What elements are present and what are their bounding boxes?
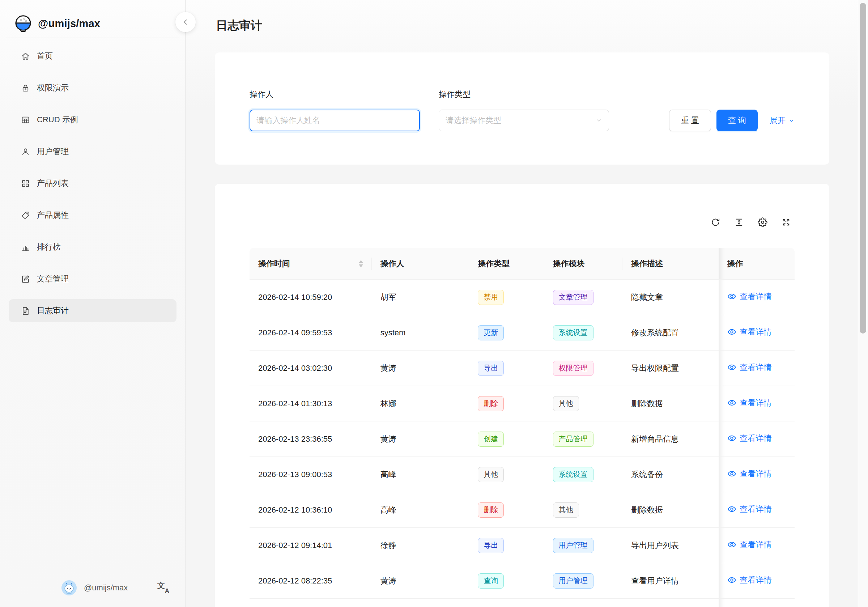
expand-link[interactable]: 展开 (770, 115, 795, 126)
setting-icon (758, 217, 767, 227)
reset-button[interactable]: 重 置 (669, 110, 711, 131)
eye-icon (727, 434, 736, 443)
tag-icon (21, 211, 30, 220)
cell-desc: 删除数据 (622, 386, 719, 421)
sidebar-item-label: 产品属性 (37, 210, 69, 220)
cell-time: 2026-02-13 23:36:55 (250, 421, 372, 457)
filter-actions: 重 置 查 询 展开 (669, 110, 795, 131)
view-detail-label: 查看详情 (740, 539, 772, 550)
sidebar-item-home[interactable]: 首页 (9, 45, 177, 68)
type-select[interactable]: 请选择操作类型 (439, 110, 609, 131)
cell-desc: 新增商品信息 (622, 421, 719, 457)
cell-type: 导出 (469, 528, 544, 563)
sidebar-item-audit-log[interactable]: 日志审计 (9, 299, 177, 322)
column-header-2: 操作类型 (469, 248, 544, 279)
app-window: @umijs/max 首页权限演示CRUD 示例用户管理产品列表产品属性排行榜文… (0, 0, 868, 607)
sidebar-item-articles[interactable]: 文章管理 (9, 267, 177, 290)
eye-icon (727, 540, 736, 549)
column-title: 操作类型 (478, 259, 510, 268)
column-title: 操作描述 (631, 259, 663, 268)
cell-module (544, 599, 622, 607)
cell-type: 删除 (469, 386, 544, 421)
cell-module: 其他 (544, 386, 622, 421)
sidebar-item-product-attrs[interactable]: 产品属性 (9, 204, 177, 227)
cell-desc: 隐藏文章 (622, 279, 719, 315)
view-detail-link[interactable]: 查看详情 (727, 362, 772, 373)
column-height-button[interactable] (734, 217, 744, 227)
table-toolbar (250, 197, 795, 248)
sidebar-item-products[interactable]: 产品列表 (9, 172, 177, 195)
sidebar-item-label: 首页 (37, 51, 53, 62)
cell-operator (372, 599, 470, 607)
view-detail-link[interactable]: 查看详情 (727, 469, 772, 479)
cell-operator: system (372, 315, 470, 351)
view-detail-link[interactable]: 查看详情 (727, 575, 772, 586)
view-detail-link[interactable]: 查看详情 (727, 327, 772, 337)
reload-button[interactable] (711, 217, 721, 227)
cell-desc (622, 599, 719, 607)
sidebar-item-ranking[interactable]: 排行榜 (9, 236, 177, 259)
table-icon (21, 115, 30, 125)
expand-label: 展开 (770, 115, 786, 126)
cell-time: 2026-02-12 09:14:01 (250, 528, 372, 563)
cell-action: 查看详情 (719, 279, 795, 315)
chevron-left-icon (181, 18, 189, 26)
cell-operator: 黄涛 (372, 563, 470, 599)
sidebar-item-label: 产品列表 (37, 178, 69, 189)
page-scrollbar-thumb[interactable] (860, 3, 866, 334)
view-detail-link[interactable]: 查看详情 (727, 539, 772, 550)
sidebar-item-access[interactable]: 权限演示 (9, 76, 177, 99)
view-detail-link[interactable]: 查看详情 (727, 291, 772, 302)
cell-module: 用户管理 (544, 563, 622, 599)
user-avatar[interactable] (62, 580, 77, 595)
cell-operator: 黄涛 (372, 421, 470, 457)
cell-module: 文章管理 (544, 279, 622, 315)
cell-module: 权限管理 (544, 351, 622, 386)
operation-module-tag: 产品管理 (553, 432, 594, 447)
reload-icon (711, 217, 721, 227)
operation-type-tag: 更新 (478, 325, 504, 340)
sidebar-item-label: 文章管理 (37, 273, 69, 284)
cell-time: 2026-02-14 10:59:20 (250, 279, 372, 315)
operator-input[interactable] (250, 110, 420, 131)
fullscreen-button[interactable] (781, 217, 791, 227)
column-header-0[interactable]: 操作时间 (250, 248, 372, 279)
cell-operator: 高峰 (372, 457, 470, 492)
search-button[interactable]: 查 询 (716, 110, 758, 131)
table-row: 2026-02-13 23:36:55黄涛创建产品管理新增商品信息查看详情 (250, 421, 795, 457)
view-detail-label: 查看详情 (740, 575, 772, 586)
view-detail-link[interactable]: 查看详情 (727, 397, 772, 408)
cell-action: 查看详情 (719, 492, 795, 528)
column-title: 操作模块 (553, 259, 585, 268)
page-scrollbar[interactable] (858, 0, 868, 607)
eye-icon (727, 398, 736, 407)
table-row: 2026-02-14 03:02:30黄涛导出权限管理导出权限配置查看详情 (250, 351, 795, 386)
eye-icon (727, 328, 736, 337)
column-sorter[interactable] (359, 260, 363, 267)
caret-up-icon (359, 260, 363, 263)
eye-icon (727, 363, 736, 372)
sidebar-collapse-button[interactable] (175, 12, 196, 32)
eye-icon (727, 292, 736, 301)
caret-down-icon (359, 264, 363, 267)
view-detail-label: 查看详情 (740, 433, 772, 444)
sidebar-item-label: 日志审计 (37, 305, 69, 316)
cell-time: 2026-02-12 08:22:35 (250, 563, 372, 599)
sidebar-item-crud[interactable]: CRUD 示例 (9, 108, 177, 131)
cell-time: 2026-02-14 03:02:30 (250, 351, 372, 386)
setting-button[interactable] (758, 217, 767, 227)
view-detail-link[interactable]: 查看详情 (727, 433, 772, 444)
operation-type-tag: 其他 (478, 467, 504, 482)
view-detail-label: 查看详情 (740, 469, 772, 479)
view-detail-link[interactable]: 查看详情 (727, 504, 772, 515)
type-select-placeholder: 请选择操作类型 (446, 115, 501, 126)
operation-type-tag: 删除 (478, 503, 504, 518)
page-title: 日志审计 (216, 17, 829, 34)
table-row: 2026-02-13 09:00:53高峰其他系统设置系统备份查看详情 (250, 457, 795, 492)
view-detail-label: 查看详情 (740, 327, 772, 337)
operation-module-tag: 系统设置 (553, 467, 594, 482)
view-detail-label: 查看详情 (740, 291, 772, 302)
translate-icon[interactable]: 文A (157, 582, 169, 594)
sidebar-item-users[interactable]: 用户管理 (9, 140, 177, 163)
filter-card: 操作人 操作类型 请选择操作类型 重 置 查 询 展开 (215, 53, 829, 165)
